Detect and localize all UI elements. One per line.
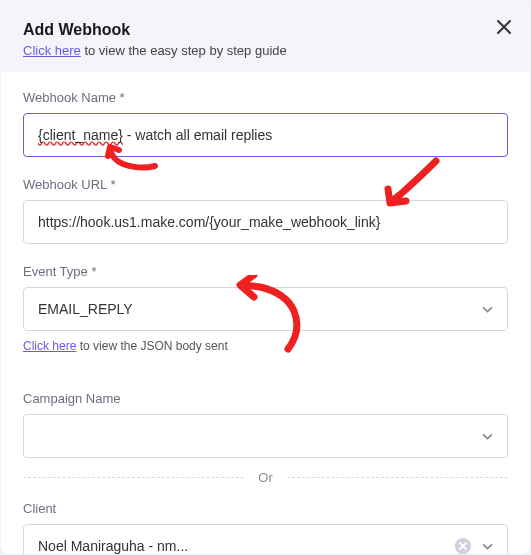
- campaign-name-label: Campaign Name: [23, 391, 508, 406]
- event-type-label: Event Type *: [23, 264, 508, 279]
- modal-title: Add Webhook: [23, 21, 508, 39]
- event-type-field: Event Type * EMAIL_REPLY Click here to v…: [23, 264, 508, 353]
- chevron-down-icon: [482, 431, 493, 442]
- subtitle-rest: to view the easy step by step guide: [81, 43, 287, 58]
- or-text: Or: [258, 470, 272, 485]
- chevron-down-icon: [482, 304, 493, 315]
- event-type-help: Click here to view the JSON body sent: [23, 339, 508, 353]
- webhook-url-label: Webhook URL *: [23, 177, 508, 192]
- modal-header: Add Webhook Click here to view the easy …: [1, 1, 530, 72]
- divider-line-left: [23, 477, 244, 478]
- clear-icon[interactable]: [454, 537, 472, 554]
- json-body-rest: to view the JSON body sent: [76, 339, 227, 353]
- divider-line-right: [287, 477, 508, 478]
- client-select[interactable]: Noel Maniraguha - nm...: [23, 524, 508, 554]
- webhook-name-label: Webhook Name *: [23, 90, 508, 105]
- campaign-name-select[interactable]: [23, 414, 508, 458]
- webhook-url-input[interactable]: [23, 200, 508, 244]
- close-icon: [496, 21, 512, 38]
- close-button[interactable]: [496, 19, 512, 39]
- client-field: Client Noel Maniraguha - nm...: [23, 501, 508, 554]
- webhook-name-input[interactable]: [23, 113, 508, 157]
- json-body-link[interactable]: Click here: [23, 339, 76, 353]
- add-webhook-modal: Add Webhook Click here to view the easy …: [1, 1, 530, 554]
- modal-subtitle: Click here to view the easy step by step…: [23, 43, 508, 58]
- modal-body: Webhook Name * {client_name} - watch all…: [1, 72, 530, 554]
- campaign-name-field: Campaign Name: [23, 391, 508, 458]
- chevron-down-icon: [482, 541, 493, 552]
- webhook-name-field: Webhook Name * {client_name} - watch all…: [23, 90, 508, 157]
- event-type-select[interactable]: EMAIL_REPLY: [23, 287, 508, 331]
- event-type-value: EMAIL_REPLY: [38, 301, 133, 317]
- or-divider: Or: [23, 470, 508, 485]
- client-value: Noel Maniraguha - nm...: [38, 538, 188, 554]
- webhook-url-field: Webhook URL *: [23, 177, 508, 244]
- client-label: Client: [23, 501, 508, 516]
- guide-link[interactable]: Click here: [23, 43, 81, 58]
